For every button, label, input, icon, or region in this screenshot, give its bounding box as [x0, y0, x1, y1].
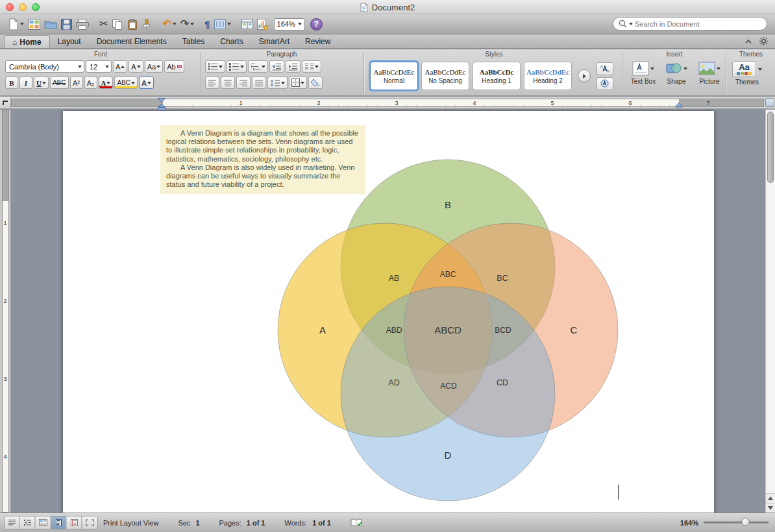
save-button[interactable]	[59, 16, 74, 32]
show-invisibles-button[interactable]: ¶	[203, 16, 212, 32]
focus-view-button[interactable]	[82, 516, 97, 529]
tab-stop-selector[interactable]	[0, 97, 11, 108]
superscript-button[interactable]: A²	[70, 77, 83, 89]
columns-button[interactable]	[212, 16, 233, 32]
style-card-heading1[interactable]: AaBbCcDc Heading 1	[473, 62, 521, 90]
horizontal-ruler[interactable]: 1 2 3 4 5 6 7	[11, 99, 764, 107]
bullets-button[interactable]	[205, 60, 225, 73]
line-spacing-button[interactable]	[267, 77, 288, 89]
italic-button[interactable]: I	[19, 77, 32, 89]
bold-button[interactable]: B	[5, 77, 18, 89]
font-family-select[interactable]: Cambria (Body)	[5, 60, 84, 73]
style-card-normal[interactable]: AaBbCcDdEc Normal	[370, 62, 418, 90]
search-box[interactable]	[613, 17, 767, 30]
strikethrough-button[interactable]: ABC	[50, 77, 69, 89]
right-indent-marker[interactable]	[675, 103, 683, 108]
text-effects-button[interactable]: A	[139, 77, 154, 89]
zoom-combo[interactable]: 164%	[274, 18, 305, 30]
shading-button[interactable]	[308, 77, 323, 89]
grow-font-button[interactable]: A	[113, 60, 127, 73]
font-group-label: Font	[3, 51, 199, 58]
maximize-button[interactable]	[32, 3, 40, 11]
draft-view-button[interactable]	[5, 516, 19, 529]
gallery-button[interactable]	[26, 16, 42, 32]
undo-icon: ↶	[162, 19, 171, 29]
subscript-button[interactable]: A₂	[84, 77, 97, 89]
copy-button[interactable]	[110, 16, 125, 32]
hanging-indent-marker[interactable]	[158, 104, 166, 110]
outline-view-button[interactable]	[20, 516, 35, 529]
publishing-view-button[interactable]	[36, 516, 51, 529]
print-layout-icon	[55, 519, 63, 526]
align-left-button[interactable]	[205, 77, 219, 89]
borders-button[interactable]	[289, 77, 307, 89]
themes-button[interactable]: Aa	[732, 61, 756, 77]
underline-button[interactable]: U	[34, 77, 49, 89]
align-center-button[interactable]	[221, 77, 235, 89]
vertical-ruler[interactable]: 1 2 3 4	[0, 110, 11, 513]
tab-review[interactable]: Review	[297, 35, 338, 48]
venn-label-b: B	[445, 199, 451, 210]
open-button[interactable]	[42, 16, 59, 32]
toolbox-button[interactable]	[240, 16, 255, 32]
style-card-no-spacing[interactable]: AaBbCcDdEc No Spacing	[421, 62, 469, 90]
insert-shape-button[interactable]: Shape	[660, 61, 693, 85]
insert-picture-button[interactable]: Picture	[693, 61, 726, 85]
media-browser-button[interactable]	[255, 16, 270, 32]
tab-home[interactable]: ⌂Home	[4, 35, 50, 48]
shrink-font-button[interactable]: A	[129, 60, 143, 73]
highlight-button[interactable]: ABC	[114, 77, 138, 89]
minimize-button[interactable]	[19, 3, 27, 11]
format-painter-button[interactable]	[140, 16, 154, 32]
tab-smartart[interactable]: SmartArt	[251, 35, 297, 48]
scrollbar-thumb[interactable]	[767, 112, 774, 183]
paragraph-columns-button[interactable]	[302, 60, 321, 73]
multilevel-list-button[interactable]	[248, 60, 268, 73]
clear-formatting-button[interactable]: Ab	[164, 60, 184, 73]
paste-button[interactable]	[125, 16, 140, 32]
decrease-indent-button[interactable]	[269, 60, 284, 73]
scroll-down-button[interactable]	[766, 503, 775, 513]
font-color-button[interactable]: A	[99, 77, 114, 89]
venn-diagram[interactable]: A B C D AB ABC BC ABD ABCD BCD AD ACD CD	[63, 111, 714, 513]
tab-charts[interactable]: Charts	[212, 35, 251, 48]
print-button[interactable]	[74, 16, 91, 32]
redo-button[interactable]: ↷	[178, 16, 196, 32]
vertical-scrollbar[interactable]	[765, 110, 775, 513]
tab-tables[interactable]: Tables	[175, 35, 213, 48]
styles-pane-button[interactable]	[597, 77, 613, 90]
zoom-slider[interactable]	[704, 522, 769, 524]
style-card-heading2[interactable]: AaBbCcDdEc Heading 2	[524, 62, 572, 90]
increase-indent-button[interactable]	[286, 60, 301, 73]
ribbon-collapse-button[interactable]	[744, 39, 752, 44]
new-document-button[interactable]	[6, 16, 26, 32]
chevron-down-icon	[20, 23, 24, 25]
insert-textbox-button[interactable]: Text Box	[627, 61, 659, 85]
scroll-up-button[interactable]	[766, 493, 775, 503]
tab-document-elements[interactable]: Document Elements	[89, 35, 175, 48]
ribbon-settings-button[interactable]	[759, 36, 769, 46]
ruler-toggle-button[interactable]	[765, 98, 774, 107]
document-page[interactable]: A Venn Diagram is a diagram that shows a…	[63, 111, 714, 513]
print-layout-view-button[interactable]	[51, 516, 66, 529]
search-input[interactable]	[635, 20, 761, 28]
align-right-button[interactable]	[236, 77, 251, 89]
change-case-button[interactable]: Aa	[145, 60, 163, 73]
change-styles-button[interactable]	[597, 62, 613, 75]
close-button[interactable]	[6, 3, 14, 11]
first-line-indent-marker[interactable]	[158, 98, 166, 103]
undo-button[interactable]: ↶	[160, 16, 178, 32]
justify-button[interactable]	[252, 77, 266, 89]
cut-button[interactable]: ✂	[97, 16, 110, 32]
chevron-down-icon	[106, 82, 110, 84]
spelling-status-button[interactable]	[351, 518, 363, 527]
zoom-slider-knob[interactable]	[741, 518, 750, 526]
numbering-button[interactable]	[227, 60, 247, 73]
publishing-view-icon	[39, 519, 47, 526]
notebook-view-button[interactable]	[67, 516, 82, 529]
more-styles-button[interactable]	[578, 69, 591, 82]
tab-layout[interactable]: Layout	[50, 35, 89, 48]
help-button[interactable]: ?	[310, 18, 323, 30]
font-size-select[interactable]: 12	[86, 60, 112, 73]
paragraph-group: Paragraph	[203, 49, 361, 95]
